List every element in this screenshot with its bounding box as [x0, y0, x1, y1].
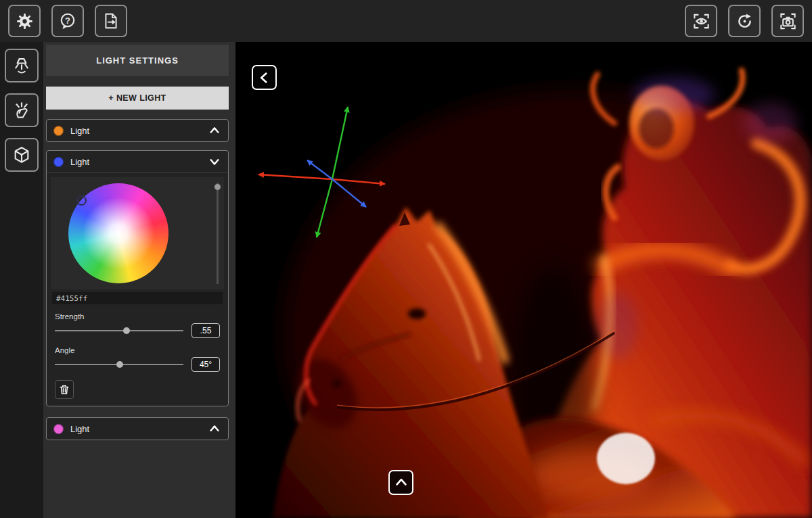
export-document-icon — [102, 12, 120, 30]
light-item-header[interactable]: Light — [47, 151, 228, 173]
left-tool-strip — [0, 42, 43, 518]
angle-slider-handle[interactable] — [116, 361, 123, 368]
help-bubble-icon: ? — [59, 12, 76, 30]
color-wheel-marker[interactable] — [76, 195, 87, 206]
cube-icon — [12, 145, 31, 164]
light-color-swatch[interactable] — [53, 424, 64, 434]
strength-value[interactable]: .55 — [191, 323, 220, 338]
expand-bottom-tray-button[interactable] — [388, 470, 413, 495]
strength-slider-row: .55 — [55, 323, 220, 338]
settings-button[interactable] — [8, 5, 41, 37]
chevron-down-icon[interactable] — [208, 155, 221, 168]
light-color-swatch[interactable] — [53, 157, 64, 167]
toolbar-right-group — [685, 5, 804, 37]
light-item-pink[interactable]: Light — [46, 417, 229, 440]
help-button[interactable]: ? — [51, 5, 84, 37]
gesture-light-tool-button[interactable] — [5, 93, 39, 127]
gizmo-axis-x-neg[interactable] — [258, 174, 332, 179]
hand-light-icon — [12, 101, 31, 120]
delete-light-button[interactable] — [55, 380, 74, 399]
svg-text:?: ? — [65, 16, 70, 26]
new-light-button[interactable]: + NEW LIGHT — [46, 87, 229, 110]
light-direction-gizmo[interactable] — [235, 42, 812, 518]
gizmo-axes[interactable] — [258, 107, 385, 237]
chevron-up-icon[interactable] — [208, 124, 221, 137]
strength-slider[interactable] — [55, 326, 183, 335]
light-item-blue-expanded: Light #4155ff Strength .55 — [46, 150, 229, 406]
strength-label: Strength — [55, 312, 220, 321]
light-item-orange[interactable]: Light — [46, 119, 229, 142]
color-picker-area — [51, 177, 224, 289]
toolbar-left-group: ? — [8, 5, 127, 37]
panel-title: LIGHT SETTINGS — [46, 45, 229, 76]
light-item-label: Light — [70, 157, 89, 167]
chevron-left-icon — [256, 70, 273, 86]
camera-icon — [779, 12, 797, 30]
gear-icon — [16, 12, 34, 30]
angle-slider[interactable] — [55, 360, 183, 369]
collapse-panel-button[interactable] — [252, 65, 277, 90]
rotate-model-button[interactable] — [728, 5, 761, 37]
strength-slider-track[interactable] — [55, 330, 183, 331]
light-direction-tool-button[interactable] — [5, 49, 39, 83]
eye-capture-icon — [692, 12, 710, 30]
angle-label: Angle — [55, 346, 220, 354]
app-window: ? — [0, 0, 812, 518]
export-report-button[interactable] — [95, 5, 127, 37]
chevron-up-icon[interactable] — [208, 422, 221, 435]
gizmo-axis-y-pos[interactable] — [332, 107, 348, 179]
light-direction-icon — [12, 56, 31, 75]
chevron-up-icon — [393, 475, 409, 491]
gizmo-axis-z-pos[interactable] — [332, 179, 366, 207]
light-item-label: Light — [70, 126, 89, 136]
gizmo-axis-z-neg[interactable] — [307, 160, 332, 179]
model-cube-tool-button[interactable] — [5, 138, 39, 172]
light-item-label: Light — [70, 424, 89, 434]
angle-value[interactable]: 45° — [191, 357, 220, 372]
screenshot-button[interactable] — [771, 5, 804, 37]
trash-icon — [58, 383, 70, 396]
brightness-slider[interactable] — [217, 183, 219, 284]
brightness-slider-handle[interactable] — [215, 184, 221, 190]
light-position-handle[interactable] — [597, 433, 655, 484]
gizmo-axis-x-pos[interactable] — [332, 179, 385, 184]
capture-view-button[interactable] — [685, 5, 717, 37]
angle-slider-row: 45° — [55, 357, 220, 372]
light-settings-panel: LIGHT SETTINGS + NEW LIGHT Light Light — [43, 42, 235, 518]
viewport-3d[interactable] — [235, 42, 812, 518]
gizmo-axis-y-neg[interactable] — [317, 179, 332, 237]
light-color-swatch[interactable] — [53, 126, 64, 136]
top-toolbar: ? — [0, 0, 812, 42]
strength-slider-handle[interactable] — [123, 327, 130, 334]
hex-color-input[interactable]: #4155ff — [52, 292, 223, 304]
rotate-arrow-icon — [736, 12, 754, 30]
